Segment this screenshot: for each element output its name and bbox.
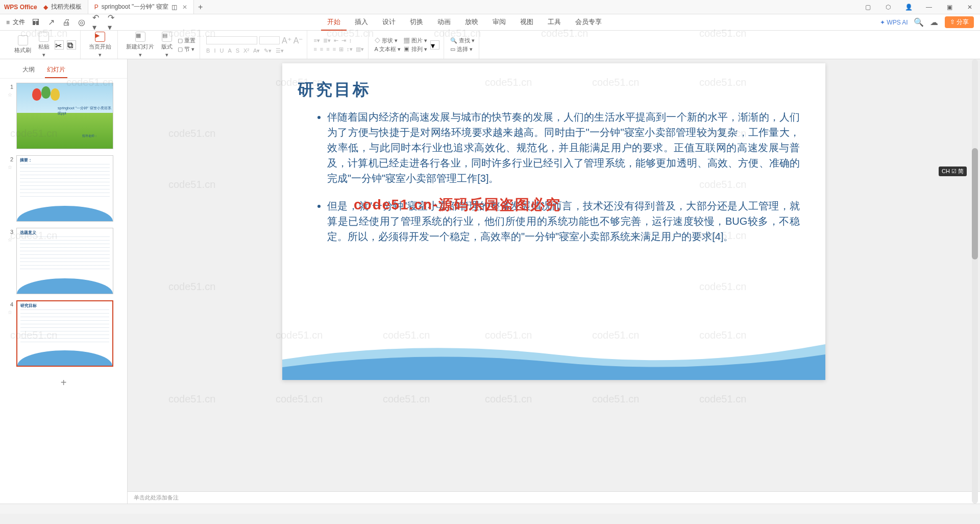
user-icon[interactable]: 👤 — [898, 0, 919, 14]
cut-icon[interactable]: ✂ — [55, 40, 64, 50]
save-icon[interactable]: 🖬 — [31, 18, 40, 27]
wps-ai-button[interactable]: ✦ WPS AI — [880, 19, 908, 26]
from-current-button[interactable]: ▶当页开始 ▾ — [87, 31, 113, 59]
close-tab-icon[interactable]: ✕ — [182, 4, 187, 11]
export-icon[interactable]: ↗ — [46, 18, 56, 27]
maximize-icon[interactable]: ▣ — [939, 0, 960, 14]
menubar: ≡ 文件 🖬 ↗ 🖨 ◎ ↶ ▾ ↷ ▾ 开始 插入 设计 切换 动画 放映 审… — [0, 14, 980, 31]
line-spacing-icon[interactable]: ↕ — [349, 37, 352, 44]
align-right-icon[interactable]: ≡ — [326, 46, 329, 53]
format-painter-button[interactable]: 格式刷 — [12, 34, 33, 55]
search-icon[interactable]: 🔍 — [914, 18, 923, 27]
italic-icon[interactable]: I — [214, 47, 215, 54]
tab-vip[interactable]: 会员专享 — [569, 14, 608, 31]
slide-panel: 大纲 幻灯片 1 ☆ springboot "一分钟" 寝室小卖部系统ppt 指… — [0, 59, 128, 504]
select-button[interactable]: ▭ 选择 ▾ — [450, 45, 475, 53]
bullet-1[interactable]: 伴随着国内经济的高速发展与城市的快节奏的发展，人们的生活水平提高到一个新的水平，… — [327, 109, 800, 186]
new-tab-button[interactable]: + — [194, 3, 207, 12]
main-area: 大纲 幻灯片 1 ☆ springboot "一分钟" 寝室小卖部系统ppt 指… — [0, 59, 980, 504]
shape-button[interactable]: ◇ 形状 ▾ — [375, 37, 401, 44]
align-left-icon[interactable]: ≡ — [313, 46, 316, 53]
redo-icon[interactable]: ↷ ▾ — [108, 18, 117, 27]
canvas-area: 研究目标 伴随着国内经济的高速发展与城市的快节奏的发展，人们的生活水平提高到一个… — [128, 59, 980, 504]
superscript-icon[interactable]: X² — [243, 47, 249, 54]
copy-icon[interactable]: ⧉ — [67, 40, 76, 50]
cube-icon[interactable]: ⬡ — [878, 0, 898, 14]
align-justify-icon[interactable]: ≡ — [333, 46, 336, 53]
increase-font-icon[interactable]: A⁺ — [282, 36, 291, 45]
font-size-dropdown[interactable] — [259, 36, 280, 44]
statusbar — [0, 504, 980, 514]
star-icon[interactable]: ☆ — [8, 92, 12, 98]
style-fill-icon[interactable]: ▾ — [430, 40, 439, 50]
find-button[interactable]: 🔍 查找 ▾ — [450, 37, 475, 44]
tab-animation[interactable]: 动画 — [431, 14, 457, 31]
underline-icon[interactable]: U — [219, 47, 224, 54]
distribute-icon[interactable]: ⊞ — [339, 46, 344, 53]
bold-icon[interactable]: B — [206, 47, 210, 54]
vertical-scrollbar[interactable] — [972, 59, 978, 504]
tab-presentation[interactable]: P springboot "一分钟" 寝室 ◫ ✕ — [88, 0, 194, 14]
minimize-icon[interactable]: — — [919, 0, 939, 14]
share-button[interactable]: ⇧ 分享 — [945, 16, 974, 28]
box-icon[interactable]: ▢ — [857, 0, 878, 14]
section-button[interactable]: ▢ 节 ▾ — [178, 45, 195, 53]
slide-title[interactable]: 研究目标 — [298, 79, 371, 101]
arrange-button[interactable]: ▣ 排列 ▾ — [404, 45, 427, 53]
bullets-icon[interactable]: ≡▾ — [313, 37, 320, 44]
decrease-font-icon[interactable]: A⁻ — [293, 36, 303, 45]
font-color-icon[interactable]: A▾ — [253, 47, 260, 54]
file-menu[interactable]: ≡ 文件 — [6, 18, 25, 27]
tab-tools[interactable]: 工具 — [542, 14, 567, 31]
close-window-icon[interactable]: ✕ — [960, 0, 980, 14]
print-icon[interactable]: 🖨 — [62, 18, 71, 27]
tab-slideshow[interactable]: 放映 — [459, 14, 484, 31]
strike-icon[interactable]: A — [228, 47, 231, 54]
tab-insert[interactable]: 插入 — [349, 14, 374, 31]
tab-start[interactable]: 开始 — [321, 14, 347, 31]
tab-design[interactable]: 设计 — [376, 14, 402, 31]
slide-thumbnail-4[interactable]: 研究目标 — [16, 300, 113, 367]
tab-view[interactable]: 视图 — [514, 14, 540, 31]
text-direction-icon[interactable]: ↕▾ — [347, 46, 353, 53]
slide-body[interactable]: 伴随着国内经济的高速发展与城市的快节奏的发展，人们的生活水平提高到一个新的水平，… — [313, 109, 800, 256]
slide-thumbnail-1[interactable]: springboot "一分钟" 寝室小卖部系统ppt 指导老师： — [16, 83, 113, 149]
notes-area[interactable]: 单击此处添加备注 — [128, 491, 980, 504]
font-family-dropdown[interactable] — [206, 36, 257, 44]
paste-button[interactable]: 粘贴 ▾ — [36, 31, 52, 59]
clear-format-icon[interactable]: ☰▾ — [276, 47, 284, 54]
slide-thumbnail-2[interactable]: 摘要： — [16, 155, 113, 222]
cloud-icon[interactable]: ☁ — [929, 18, 939, 27]
watermark-overlay: code51.cn-源码乐园盗图必究 — [354, 195, 561, 215]
tab-transition[interactable]: 切换 — [404, 14, 429, 31]
strikethrough-icon[interactable]: S — [236, 47, 239, 54]
preview-icon[interactable]: ◫ — [172, 4, 177, 11]
tab-review[interactable]: 审阅 — [486, 14, 512, 31]
slide-number: 4 — [6, 300, 13, 307]
reset-button[interactable]: ▢ 重置 — [178, 37, 195, 44]
textbox-button[interactable]: A 文本框 ▾ — [375, 45, 401, 53]
indent-inc-icon[interactable]: ⇥ — [341, 37, 346, 44]
outline-tab[interactable]: 大纲 — [20, 63, 37, 78]
star-icon[interactable]: ☆ — [8, 237, 12, 243]
language-badge[interactable]: CH ☑ 简 — [939, 166, 967, 176]
star-icon[interactable]: ☆ — [8, 309, 12, 315]
highlight-icon[interactable]: ✎▾ — [264, 47, 272, 54]
numbering-icon[interactable]: ≣▾ — [323, 37, 331, 44]
slide-canvas[interactable]: 研究目标 伴随着国内经济的高速发展与城市的快节奏的发展，人们的生活水平提高到一个… — [282, 63, 825, 380]
new-slide-button[interactable]: ▦新建幻灯片 ▾ — [124, 31, 156, 59]
star-icon[interactable]: ☆ — [8, 164, 12, 170]
preview-icon[interactable]: ◎ — [77, 18, 86, 27]
indent-dec-icon[interactable]: ⇤ — [334, 37, 338, 44]
columns-icon[interactable]: ▥▾ — [356, 46, 364, 53]
slide-number: 1 — [6, 83, 13, 90]
tab-label: springboot "一分钟" 寝室 — [102, 3, 168, 11]
add-slide-button[interactable]: + — [61, 377, 67, 389]
slides-tab[interactable]: 幻灯片 — [45, 63, 67, 78]
tab-templates[interactable]: ◆ 找稻壳模板 — [37, 0, 88, 14]
layout-button[interactable]: ▤版式 ▾ — [159, 31, 175, 59]
undo-icon[interactable]: ↶ ▾ — [92, 18, 102, 27]
slide-thumbnail-3[interactable]: 选题意义 — [16, 228, 113, 294]
picture-button[interactable]: ▦ 图片 ▾ — [404, 37, 427, 44]
align-center-icon[interactable]: ≡ — [320, 46, 323, 53]
